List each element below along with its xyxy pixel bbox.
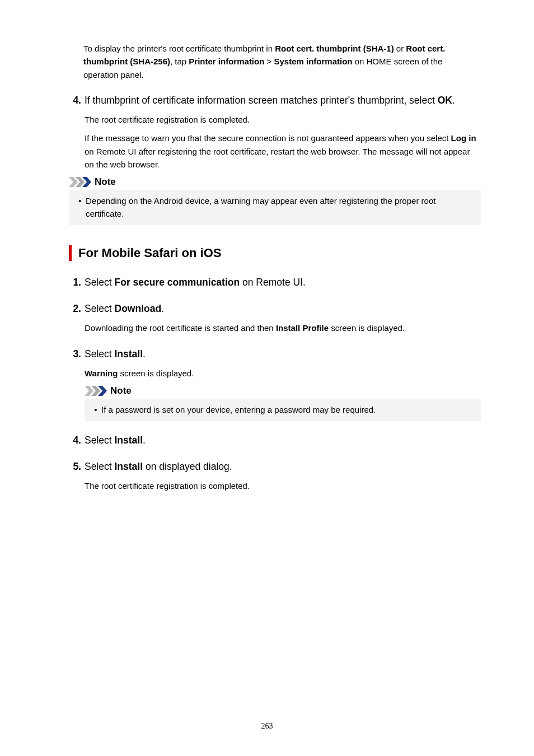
- note-2-text: If a password is set on your device, ent…: [101, 403, 376, 416]
- ios-step-5: 5. Select Install on displayed dialog. T…: [53, 460, 481, 493]
- note-1-box: Note • Depending on the Android device, …: [53, 176, 481, 225]
- note-label: Note: [95, 176, 116, 188]
- text-bold: Install: [115, 348, 143, 360]
- step-4-sub2: If the message to warn you that the secu…: [85, 132, 481, 171]
- text-bold: Printer information: [189, 57, 264, 66]
- text: .: [143, 435, 146, 446]
- text-bold: Root cert. thumbprint (SHA-1): [275, 44, 394, 53]
- step-row: 2. Select Download.: [69, 302, 481, 316]
- text: Downloading the root certificate is star…: [85, 323, 276, 333]
- note-1-body: • Depending on the Android device, a war…: [69, 190, 481, 225]
- note-1-text: Depending on the Android device, a warni…: [86, 194, 475, 221]
- text: Select: [85, 277, 115, 288]
- text: If the message to warn you that the secu…: [85, 133, 451, 143]
- ios-step-3: 3. Select Install. Warning screen is dis…: [53, 347, 481, 380]
- text: Select: [85, 348, 115, 360]
- ios-step-2: 2. Select Download. Downloading the root…: [53, 302, 481, 335]
- note-2-box: Note • If a password is set on your devi…: [53, 385, 481, 421]
- text: , tap: [170, 57, 189, 66]
- step-number: 2.: [69, 303, 85, 315]
- step-4-sub: The root certificate registration is com…: [69, 113, 481, 171]
- step-sub: Warning screen is displayed.: [69, 367, 481, 380]
- note-2-header: Note: [85, 385, 481, 396]
- note-2-bullet-row: • If a password is set on your device, e…: [90, 403, 475, 416]
- note-2-body: • If a password is set on your device, e…: [85, 399, 481, 421]
- text: .: [161, 303, 164, 314]
- ios-step-4: 4. Select Install.: [53, 433, 481, 447]
- text-bold: For secure communication: [115, 277, 240, 288]
- step-text: Select Install.: [85, 347, 146, 361]
- section-heading: For Mobile Safari on iOS: [78, 246, 221, 260]
- step-number: 4.: [69, 95, 85, 106]
- text-bold: Warning: [85, 368, 118, 378]
- text: or: [394, 44, 406, 53]
- text: Select: [85, 303, 115, 314]
- text: screen is displayed.: [329, 323, 405, 333]
- text-bold: OK: [438, 95, 452, 106]
- text: on displayed dialog.: [143, 461, 232, 472]
- step-row: 4. Select Install.: [69, 433, 481, 447]
- step-text: Select Install on displayed dialog.: [85, 460, 232, 474]
- text: If thumbprint of certificate information…: [85, 95, 438, 106]
- step-4-block: 4. If thumbprint of certificate informat…: [53, 94, 481, 171]
- step-sub: Downloading the root certificate is star…: [69, 321, 481, 334]
- step-row: 1. Select For secure communication on Re…: [69, 276, 481, 290]
- ios-step-1: 1. Select For secure communication on Re…: [53, 276, 481, 290]
- bullet-glyph: •: [90, 403, 101, 416]
- text: .: [143, 348, 146, 360]
- chevrons-icon: [69, 177, 91, 187]
- bullet-glyph: •: [74, 194, 86, 221]
- step-2-sub: Downloading the root certificate is star…: [85, 321, 481, 334]
- step-3-sub: Warning screen is displayed.: [85, 367, 481, 380]
- text: >: [264, 57, 274, 66]
- text-bold: Download: [115, 303, 162, 314]
- text: Select: [85, 435, 115, 446]
- step-4-row: 4. If thumbprint of certificate informat…: [69, 94, 481, 108]
- step-text: Select For secure communication on Remot…: [85, 276, 306, 290]
- note-1-bullet-row: • Depending on the Android device, a war…: [74, 194, 475, 221]
- text: Select: [85, 461, 115, 472]
- intro-paragraph-block: To display the printer's root certificat…: [53, 42, 481, 81]
- step-number: 3.: [69, 348, 85, 360]
- step-number: 5.: [69, 461, 85, 473]
- step-row: 5. Select Install on displayed dialog.: [69, 460, 481, 474]
- step-4-sub1: The root certificate registration is com…: [85, 113, 481, 126]
- svg-marker-3: [85, 386, 93, 396]
- text: To display the printer's root certificat…: [83, 44, 275, 53]
- page-number: 263: [0, 722, 534, 731]
- step-text: Select Download.: [85, 302, 164, 316]
- chevrons-icon: [85, 386, 107, 396]
- text-bold: Install Profile: [276, 323, 329, 333]
- step-row: 3. Select Install.: [69, 347, 481, 361]
- step-number: 1.: [69, 277, 85, 288]
- text: on Remote UI.: [240, 277, 306, 288]
- step-text: Select Install.: [85, 433, 146, 447]
- text: on Remote UI after registering the root …: [85, 147, 470, 169]
- step-4-text: If thumbprint of certificate information…: [85, 94, 455, 108]
- text-bold: Install: [115, 461, 143, 472]
- text: .: [452, 95, 455, 106]
- text-bold: System information: [274, 57, 352, 66]
- text: screen is displayed.: [118, 368, 194, 378]
- red-bar-icon: [69, 245, 72, 261]
- step-sub: The root certificate registration is com…: [69, 479, 481, 492]
- note-label: Note: [110, 385, 132, 396]
- text-bold: Log in: [451, 133, 476, 143]
- step-5-sub: The root certificate registration is com…: [85, 479, 481, 492]
- step-number: 4.: [69, 435, 85, 446]
- section-heading-wrap: For Mobile Safari on iOS: [53, 245, 481, 261]
- page-container: To display the printer's root certificat…: [0, 0, 534, 532]
- note-1-header: Note: [69, 176, 481, 188]
- svg-marker-0: [69, 177, 78, 187]
- top-paragraph: To display the printer's root certificat…: [83, 42, 478, 81]
- text-bold: Install: [115, 435, 143, 446]
